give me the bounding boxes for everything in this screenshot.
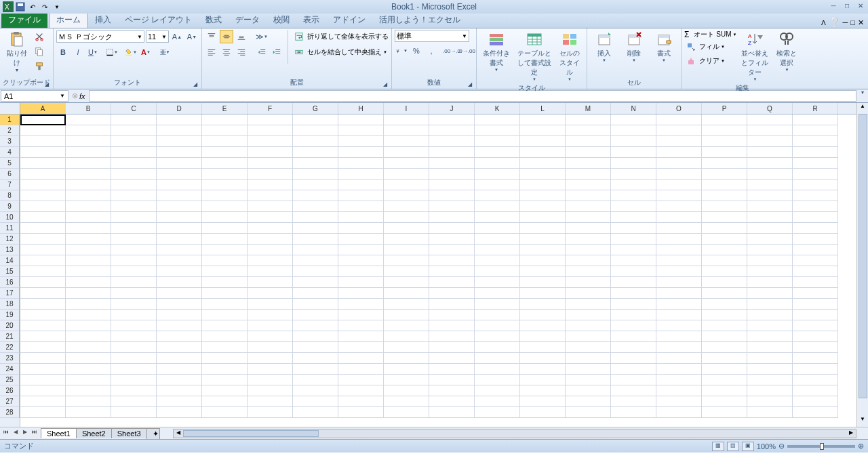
cell[interactable] [475,201,520,212]
cell[interactable] [520,147,566,158]
column-header[interactable]: C [111,103,157,114]
cell[interactable] [566,180,611,190]
cell[interactable] [429,407,475,418]
cell-grid[interactable] [20,114,856,418]
cell[interactable] [111,277,157,288]
cell[interactable] [793,255,838,266]
column-header[interactable]: N [611,103,656,114]
cell[interactable] [747,385,793,396]
cell[interactable] [293,201,338,212]
cell[interactable] [202,353,248,364]
cell[interactable] [702,375,747,385]
cell[interactable] [248,342,293,353]
cell[interactable] [475,255,520,266]
cell[interactable] [66,147,111,158]
cell[interactable] [293,310,338,320]
cell[interactable] [111,385,157,396]
cell[interactable] [293,385,338,396]
cell[interactable] [520,255,566,266]
cell[interactable] [111,245,157,255]
cell[interactable] [248,396,293,407]
row-header[interactable]: 23 [0,353,20,364]
cell[interactable] [202,245,248,255]
cell[interactable] [566,396,611,407]
cell[interactable] [702,147,747,158]
row-header[interactable]: 24 [0,364,20,375]
cell[interactable] [338,255,384,266]
cell[interactable] [202,396,248,407]
cell[interactable] [566,223,611,234]
cell[interactable] [111,223,157,234]
column-header[interactable]: M [566,103,611,114]
zoom-level[interactable]: 100% [757,442,776,450]
cell[interactable] [111,288,157,299]
cell[interactable] [111,114,157,125]
cell[interactable] [20,353,66,364]
cell[interactable] [566,266,611,277]
doc-restore-icon[interactable]: □ [850,18,855,26]
column-header[interactable]: F [248,103,293,114]
column-header[interactable]: D [157,103,202,114]
cell[interactable] [293,396,338,407]
cell[interactable] [66,310,111,320]
cell[interactable] [566,255,611,266]
cell[interactable] [111,266,157,277]
cell[interactable] [248,385,293,396]
align-middle-button[interactable] [220,30,233,43]
cell[interactable] [384,169,429,180]
cell[interactable] [157,277,202,288]
tab-data[interactable]: データ [229,12,267,28]
cell[interactable] [566,169,611,180]
cell[interactable] [20,245,66,255]
row-header[interactable]: 15 [0,266,20,277]
cell[interactable] [248,375,293,385]
redo-icon[interactable]: ↷ [39,1,50,12]
zoom-slider[interactable] [787,445,855,448]
cell[interactable] [520,396,566,407]
font-color-button[interactable]: A▼ [139,45,153,59]
cell[interactable] [384,385,429,396]
align-center-button[interactable] [220,45,233,59]
cell[interactable] [656,212,702,223]
cell[interactable] [793,396,838,407]
tab-addins[interactable]: アドイン [326,12,372,28]
cell[interactable] [520,180,566,190]
cell[interactable] [293,299,338,310]
cell[interactable] [611,223,656,234]
cell[interactable] [293,245,338,255]
cell[interactable] [702,255,747,266]
cell[interactable] [338,310,384,320]
cell[interactable] [747,190,793,201]
cell[interactable] [747,310,793,320]
cell[interactable] [656,255,702,266]
cell[interactable] [656,266,702,277]
cell[interactable] [702,169,747,180]
cell[interactable] [793,299,838,310]
cell[interactable] [157,407,202,418]
cell[interactable] [475,407,520,418]
cell[interactable] [384,180,429,190]
cell[interactable] [656,299,702,310]
fx-icon[interactable]: fx [79,92,85,100]
cell[interactable] [66,180,111,190]
cell[interactable] [248,288,293,299]
minimize-button[interactable]: ─ [827,2,840,12]
cell[interactable] [702,310,747,320]
cell[interactable] [656,190,702,201]
cell[interactable] [611,310,656,320]
cell[interactable] [475,277,520,288]
cell[interactable] [202,201,248,212]
cell[interactable] [747,375,793,385]
cell[interactable] [111,180,157,190]
row-header[interactable]: 17 [0,288,20,299]
cell[interactable] [611,180,656,190]
cell[interactable] [248,147,293,158]
row-header[interactable]: 18 [0,299,20,310]
new-sheet-button[interactable]: ✦ [146,428,160,439]
increase-decimal-button[interactable]: .00→.0 [445,44,458,58]
cell[interactable] [611,288,656,299]
cell[interactable] [702,364,747,375]
cell[interactable] [202,169,248,180]
cell[interactable] [475,353,520,364]
accounting-button[interactable]: ¥▼ [395,44,408,58]
